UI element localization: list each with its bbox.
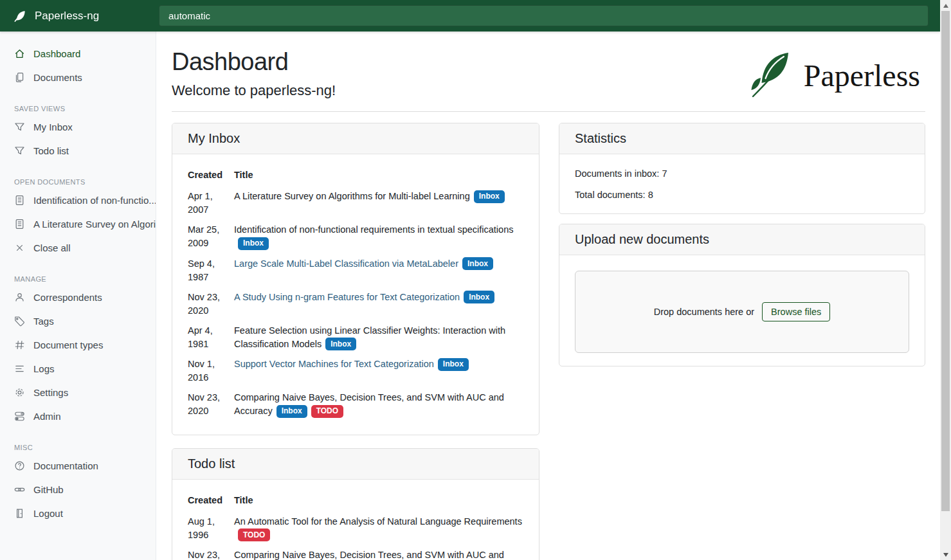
table-row: Apr 1, 2007 A Literature Survey on Algor… [188,186,523,220]
sidebar-item-label: A Literature Survey on Algori... [33,219,156,230]
my-inbox-card: My Inbox Created Title Apr 1, 2007 [172,123,539,435]
file-text-icon [14,195,25,206]
document-link[interactable]: A Literature Survey on Algorithms for Mu… [234,191,470,201]
scrollbar-down-button[interactable] [940,549,951,560]
document-link[interactable]: Support Vector Machines for Text Categor… [234,359,434,369]
table-row: Apr 4, 1981 Feature Selection using Line… [188,321,523,355]
tag-badge-inbox[interactable]: Inbox [464,291,494,303]
statistics-card: Statistics Documents in inbox: 7 Total d… [559,123,925,214]
logo-wordmark: Paperless [804,58,920,93]
question-circle-icon [14,460,25,471]
sidebar-item-open-doc-2[interactable]: A Literature Survey on Algori... [0,212,156,236]
sidebar-section-misc: MISC [0,441,156,454]
scrollbar-thumb[interactable] [941,11,950,511]
upload-dropzone[interactable]: Drop documents here or Browse files [575,271,909,353]
table-row: Nov 1, 2016 Support Vector Machines for … [188,354,523,388]
sidebar-item-logout[interactable]: Logout [0,501,156,525]
column-header-created: Created [188,170,234,186]
doc-created-date: Nov 1, 2016 [188,354,234,388]
tag-badge-todo[interactable]: TODO [311,405,343,418]
sidebar-item-documents[interactable]: Documents [0,66,156,89]
funnel-icon [14,122,25,132]
tag-badge-inbox[interactable]: Inbox [462,257,493,270]
triangle-up-icon [943,4,948,8]
sidebar-section-saved-views: SAVED VIEWS [0,102,156,115]
brand-link[interactable]: Paperless-ng [0,9,156,23]
link-icon [14,484,25,495]
sidebar-item-admin[interactable]: Admin [0,404,156,428]
document-link[interactable]: Feature Selection using Linear Classifie… [234,325,505,349]
sidebar-item-documentation[interactable]: Documentation [0,454,156,478]
stat-documents-in-inbox: Documents in inbox: 7 [575,168,909,179]
document-link[interactable]: Comparing Naive Bayes, Decision Trees, a… [234,550,504,560]
doc-created-date: Sep 4, 1987 [188,254,234,287]
leaf-logo-icon [747,50,796,101]
sidebar-item-dashboard[interactable]: Dashboard [0,42,156,66]
vertical-scrollbar[interactable] [940,0,951,560]
sidebar-item-label: Document types [33,339,103,350]
sidebar-item-label: My Inbox [33,122,73,132]
doc-created-date: Aug 1, 1996 [188,512,234,546]
tag-badge-inbox[interactable]: Inbox [276,405,307,418]
document-link[interactable]: An Automatic Tool for the Analysis of Na… [234,516,522,527]
sidebar-item-label: Todo list [33,145,69,156]
sidebar-item-label: Logout [33,508,63,519]
sidebar-item-github[interactable]: GitHub [0,478,156,501]
scrollbar-up-button[interactable] [940,0,951,11]
sidebar-item-label: Close all [33,242,71,253]
toggles-icon [14,411,25,422]
file-text-icon [14,219,25,230]
table-row: Aug 1, 1996 An Automatic Tool for the An… [188,512,523,546]
tag-badge-inbox[interactable]: Inbox [438,358,469,371]
sidebar-item-tags[interactable]: Tags [0,309,156,333]
close-icon [14,242,25,253]
person-icon [14,292,25,303]
brand-label: Paperless-ng [35,10,99,23]
todo-list-card-title: Todo list [172,449,539,480]
sidebar-item-correspondents[interactable]: Correspondents [0,285,156,309]
main-content: Dashboard Welcome to paperless-ng! Paper… [156,32,940,560]
triangle-down-icon [943,553,948,557]
document-link[interactable]: Identification of non-functional require… [234,224,513,235]
sidebar-item-open-doc-1[interactable]: Identification of non-functio... [0,188,156,212]
dropzone-text: Drop documents here or [654,307,754,317]
tag-badge-inbox[interactable]: Inbox [238,237,269,250]
sidebar-item-my-inbox[interactable]: My Inbox [0,115,156,139]
doc-created-date: Apr 4, 1981 [188,321,234,355]
funnel-icon [14,145,25,156]
column-header-title: Title [234,495,523,512]
sidebar-section-open-documents: OPEN DOCUMENTS [0,176,156,188]
paperless-logo: Paperless [747,50,920,101]
sidebar-item-label: GitHub [33,484,64,495]
door-icon [14,508,25,519]
sidebar-item-settings[interactable]: Settings [0,381,156,404]
tag-badge-inbox[interactable]: Inbox [325,338,356,350]
upload-card: Upload new documents Drop documents here… [559,224,925,366]
todo-list-card: Todo list Created Title Aug 1, 1996 [172,448,539,560]
browse-files-button[interactable]: Browse files [762,302,830,321]
sidebar: Dashboard Documents SAVED VIEWS My Inbox… [0,32,156,560]
todo-list-table: Created Title Aug 1, 1996 An Automatic T… [188,495,523,560]
documents-icon [14,72,25,83]
tag-badge-inbox[interactable]: Inbox [474,190,505,203]
document-link[interactable]: Large Scale Multi-Label Classification v… [234,258,458,269]
stat-total-documents: Total documents: 8 [575,190,909,200]
doc-created-date: Nov 23, 2020 [188,388,234,422]
sidebar-item-label: Logs [33,363,55,374]
document-link[interactable]: A Study Using n-gram Features for Text C… [234,292,460,302]
tag-badge-todo[interactable]: TODO [238,528,270,541]
document-link[interactable]: Comparing Naive Bayes, Decision Trees, a… [234,392,504,416]
sidebar-item-label: Documents [33,72,82,83]
table-row: Mar 25, 2009 Identification of non-funct… [188,220,523,254]
page-header: Dashboard Welcome to paperless-ng! Paper… [172,48,925,101]
doc-created-date: Mar 25, 2009 [188,220,234,254]
sidebar-item-close-all[interactable]: Close all [0,236,156,260]
sidebar-item-label: Dashboard [33,48,80,59]
search-input[interactable] [159,5,928,26]
sidebar-item-document-types[interactable]: Document types [0,333,156,357]
sidebar-item-logs[interactable]: Logs [0,357,156,381]
page-title: Dashboard [172,48,336,76]
sidebar-item-label: Tags [33,316,54,327]
statistics-card-title: Statistics [559,123,925,154]
sidebar-item-todo-list[interactable]: Todo list [0,139,156,163]
